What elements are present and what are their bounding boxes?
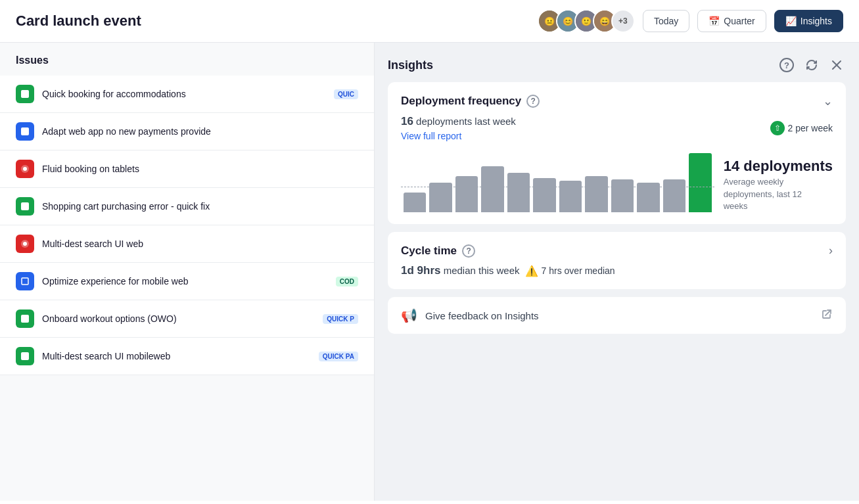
- card-meta: 16 deployments last week View full repor…: [401, 115, 833, 141]
- feedback-text: Give feedback on Insights: [425, 310, 813, 321]
- bar: [507, 173, 530, 212]
- page-title: Card launch event: [16, 12, 141, 30]
- issue-text: Quick booking for accommodations: [42, 89, 326, 99]
- view-full-report-link[interactable]: View full report: [401, 131, 516, 141]
- close-icon[interactable]: [827, 56, 846, 74]
- svg-rect-7: [22, 278, 28, 285]
- list-item[interactable]: Quick booking for accommodations QUIC: [0, 76, 374, 113]
- bar: [481, 166, 503, 212]
- header-right: 😐 😊 🙂 😄 +3 Today 📅 Quarter 📈: [538, 9, 843, 33]
- issue-text: Shopping cart purchasing error - quick f…: [42, 201, 358, 212]
- chart-deployments-num: 14 deployments: [724, 158, 833, 175]
- svg-text:?: ?: [784, 60, 789, 70]
- feedback-card: 📢 Give feedback on Insights: [388, 297, 846, 334]
- avatar-more-count[interactable]: +3: [611, 9, 635, 33]
- svg-rect-0: [21, 90, 29, 98]
- bar: [404, 193, 426, 212]
- chevron-down-icon[interactable]: ⌄: [823, 94, 833, 108]
- list-item[interactable]: Fluid booking on tablets: [0, 150, 374, 188]
- header: Card launch event 😐 😊 🙂 😄 +3 Today: [0, 0, 859, 43]
- warning-icon: ⚠️: [525, 265, 538, 277]
- svg-point-6: [23, 242, 27, 246]
- issue-icon-green: [16, 347, 34, 365]
- svg-rect-1: [21, 127, 29, 135]
- issue-text: Multi-dest search UI web: [42, 239, 358, 249]
- deployment-chart: 14 deployments Average weeklydeployments…: [401, 147, 833, 212]
- card-header: Deployment frequency ? ⌄: [401, 94, 833, 108]
- list-item[interactable]: Adapt web app no new payments provide: [0, 113, 374, 150]
- issues-panel: Issues Quick booking for accommodations …: [0, 43, 375, 501]
- chart-icon: 📈: [785, 16, 797, 26]
- per-week-badge: ⇧ 2 per week: [770, 121, 833, 135]
- cycle-card-title: Cycle time ?: [401, 244, 475, 258]
- insights-controls: ?: [778, 56, 846, 74]
- issue-icon-green: [16, 197, 34, 216]
- issue-badge: QUIC: [334, 89, 358, 99]
- issues-section-title: Issues: [0, 43, 374, 76]
- svg-rect-9: [21, 352, 29, 360]
- deployments-count: 16 deployments last week: [401, 115, 516, 128]
- issue-text: Fluid booking on tablets: [42, 164, 358, 174]
- chart-deployments-label: Average weeklydeployments, last 12weeks: [724, 176, 833, 212]
- issue-icon-green: [16, 85, 34, 103]
- bar: [611, 179, 634, 212]
- insights-title: Insights: [388, 58, 433, 72]
- main-content: Issues Quick booking for accommodations …: [0, 43, 859, 501]
- cycle-warning: ⚠️ 7 hrs over median: [525, 265, 615, 277]
- list-item[interactable]: Onboard workout options (OWO) QUICK P: [0, 300, 374, 338]
- deployment-frequency-card: Deployment frequency ? ⌄ 16 deployments …: [388, 82, 846, 224]
- issue-badge: QUICK P: [323, 314, 358, 324]
- svg-rect-4: [21, 202, 29, 210]
- cycle-time-card: Cycle time ? › 1d 9hrs median this week …: [388, 232, 846, 289]
- megaphone-icon: 📢: [401, 308, 417, 323]
- page: Card launch event 😐 😊 🙂 😄 +3 Today: [0, 0, 859, 504]
- dashed-average-line: [401, 187, 714, 187]
- issue-icon-blue: [16, 122, 34, 141]
- bar: [689, 153, 711, 212]
- list-item[interactable]: Multi-dest search UI mobileweb QUICK PA: [0, 338, 374, 375]
- list-item[interactable]: Optimize experience for mobile web COD: [0, 263, 374, 300]
- issue-text: Optimize experience for mobile web: [42, 276, 328, 286]
- svg-rect-8: [21, 315, 29, 323]
- insights-button[interactable]: 📈 Insights: [774, 10, 843, 32]
- issue-badge: COD: [336, 277, 358, 286]
- cycle-time-value: 1d 9hrs median this week: [401, 264, 520, 277]
- insights-header: Insights ?: [388, 56, 846, 74]
- insights-panel: Insights ?: [375, 43, 859, 501]
- issue-text: Adapt web app no new payments provide: [42, 126, 358, 137]
- deployment-help-icon[interactable]: ?: [526, 95, 540, 108]
- issue-icon-red: [16, 160, 34, 178]
- card-title: Deployment frequency ?: [401, 95, 540, 108]
- issue-text: Multi-dest search UI mobileweb: [42, 351, 311, 361]
- avatar-group: 😐 😊 🙂 😄 +3: [538, 9, 635, 33]
- chart-info: 14 deployments Average weeklydeployments…: [714, 158, 833, 212]
- bar: [533, 178, 555, 212]
- calendar-icon: 📅: [708, 16, 720, 26]
- cycle-help-icon[interactable]: ?: [462, 244, 475, 258]
- list-item[interactable]: Shopping cart purchasing error - quick f…: [0, 188, 374, 225]
- list-item[interactable]: Multi-dest search UI web: [0, 225, 374, 263]
- card-meta-left: 16 deployments last week View full repor…: [401, 115, 516, 141]
- svg-point-3: [23, 167, 27, 171]
- issue-icon-green: [16, 309, 34, 328]
- issue-icon-red: [16, 235, 34, 253]
- bar: [585, 176, 607, 212]
- help-icon[interactable]: ?: [778, 56, 796, 74]
- cycle-card-content: 1d 9hrs median this week ⚠️ 7 hrs over m…: [401, 264, 833, 277]
- bar: [559, 181, 582, 212]
- today-button[interactable]: Today: [643, 10, 689, 32]
- issue-icon-blue: [16, 272, 34, 290]
- issue-badge: QUICK PA: [319, 352, 358, 361]
- external-link-icon[interactable]: [821, 308, 833, 323]
- bar: [663, 179, 685, 212]
- quarter-button[interactable]: 📅 Quarter: [697, 10, 766, 32]
- issue-text: Onboard workout options (OWO): [42, 313, 315, 324]
- issue-list: Quick booking for accommodations QUIC Ad…: [0, 76, 374, 375]
- chevron-right-icon[interactable]: ›: [829, 244, 833, 258]
- bar-chart: [401, 147, 714, 212]
- bar: [455, 176, 478, 212]
- refresh-icon[interactable]: [802, 56, 821, 74]
- up-arrow-icon: ⇧: [770, 121, 785, 135]
- cycle-card-header: Cycle time ? ›: [401, 244, 833, 258]
